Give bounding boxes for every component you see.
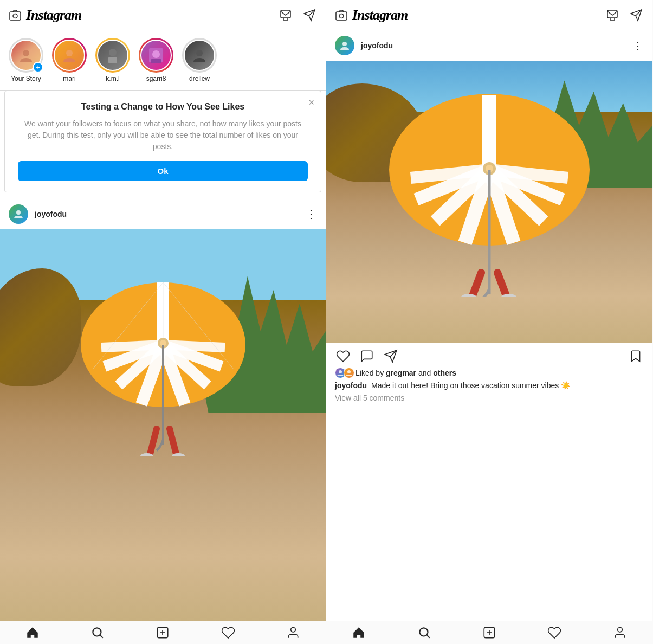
drellew-label: drellew [189, 75, 210, 82]
right-paper-plane-button[interactable] [629, 8, 644, 23]
left-nav-home[interactable] [17, 621, 48, 644]
right-header-icons [605, 8, 644, 23]
kml-label: k.m.l [106, 75, 119, 82]
sgarri8-avatar [140, 40, 172, 71]
logo-area: Instagram [9, 7, 81, 23]
kml-ring [95, 38, 130, 73]
bottom-nav-wrapper [0, 621, 653, 644]
left-nav-profile[interactable] [277, 621, 309, 644]
svg-rect-2 [281, 10, 290, 18]
right-view-comments[interactable]: View all 5 comments [326, 394, 652, 407]
mari-ring [52, 38, 87, 73]
left-bottom-nav [0, 621, 326, 644]
story-kml[interactable]: k.m.l [95, 38, 130, 82]
svg-rect-14 [151, 59, 161, 63]
likes-others-link[interactable]: others [433, 369, 456, 377]
right-share-button[interactable] [383, 348, 399, 364]
like-avatar-2 [344, 368, 354, 378]
right-post-more-button[interactable]: ⋮ [632, 39, 644, 52]
svg-point-50 [93, 628, 101, 636]
svg-point-49 [347, 370, 351, 373]
svg-rect-31 [607, 10, 617, 18]
caption-username[interactable]: joyofodu [335, 381, 367, 390]
right-post-username: joyofodu [361, 41, 393, 50]
right-post-likes: Liked by gregmar and others [326, 368, 652, 381]
svg-point-16 [16, 210, 21, 215]
right-comment-button[interactable] [359, 348, 375, 364]
right-camera-icon[interactable] [335, 9, 348, 22]
right-post-avatar [335, 36, 354, 55]
sgarri8-avatar-wrap [139, 38, 173, 73]
right-header: Instagram [326, 0, 652, 30]
paper-plane-button[interactable] [302, 8, 317, 23]
kml-avatar [97, 40, 128, 71]
left-panel: Instagram [0, 0, 326, 621]
caption-text: Made it out here! Bring on those vacatio… [371, 381, 570, 390]
left-nav-search[interactable] [82, 621, 113, 644]
popup-ok-button[interactable]: Ok [18, 161, 308, 181]
svg-line-43 [497, 273, 507, 297]
popup-body: We want your followers to focus on what … [18, 118, 308, 152]
svg-point-55 [291, 627, 296, 632]
left-nav-heart[interactable] [212, 621, 244, 644]
stories-row: + Your Story [0, 30, 326, 91]
drellew-ring [182, 38, 217, 73]
story-mari[interactable]: mari [52, 38, 87, 82]
svg-point-61 [617, 627, 622, 632]
popup-close-button[interactable]: × [308, 98, 314, 107]
kml-avatar-wrap [95, 38, 130, 73]
right-post-caption: joyofodu Made it out here! Bring on thos… [326, 381, 652, 394]
mari-avatar-wrap [52, 38, 87, 73]
left-post-image [0, 229, 326, 621]
left-header: Instagram [0, 0, 326, 30]
right-nav-search[interactable] [409, 621, 440, 644]
left-post-header: joyofodu ⋮ [0, 199, 326, 229]
liked-by-label: Liked by [355, 369, 384, 377]
right-panel: Instagram [326, 0, 652, 621]
left-post-avatar [9, 204, 28, 224]
right-post-header: joyofodu ⋮ [326, 30, 652, 61]
svg-line-51 [100, 635, 103, 638]
svg-line-42 [472, 273, 481, 297]
right-bottom-nav [326, 621, 652, 644]
mari-label: mari [63, 75, 75, 82]
story-sgarri8[interactable]: sgarri8 [139, 38, 173, 82]
svg-point-30 [339, 14, 344, 18]
notification-popup: × Testing a Change to How You See Likes … [4, 91, 321, 192]
right-bookmark-button[interactable] [628, 348, 644, 364]
right-nav-profile[interactable] [604, 621, 636, 644]
right-logo-text: Instagram [352, 7, 408, 23]
svg-point-15 [196, 50, 203, 56]
svg-line-57 [427, 635, 430, 638]
right-like-button[interactable] [335, 348, 351, 364]
story-drellew[interactable]: drellew [182, 38, 217, 82]
sgarri8-ring [139, 38, 173, 73]
story-your-story[interactable]: + Your Story [9, 38, 43, 82]
likes-by-user: gregmar [386, 369, 416, 377]
popup-title: Testing a Change to How You See Likes [18, 102, 308, 112]
svg-point-13 [152, 50, 160, 58]
svg-rect-29 [336, 12, 347, 20]
left-post-more-button[interactable]: ⋮ [306, 208, 317, 221]
camera-icon[interactable] [9, 9, 22, 22]
right-nav-heart[interactable] [539, 621, 570, 644]
story-add-button[interactable]: + [33, 62, 43, 73]
likes-and: and [418, 369, 431, 377]
umbrella-svg-right [381, 69, 598, 297]
umbrella-svg [76, 261, 250, 456]
right-messenger-button[interactable] [605, 8, 620, 23]
left-nav-add[interactable] [147, 621, 178, 644]
drellew-avatar [184, 40, 215, 71]
right-likes-text: Liked by gregmar and others [355, 369, 456, 377]
svg-point-56 [419, 628, 428, 636]
svg-point-8 [23, 50, 29, 56]
right-nav-home[interactable] [343, 621, 374, 644]
right-nav-add[interactable] [474, 621, 505, 644]
messenger-button[interactable] [278, 8, 293, 23]
logo-text: Instagram [26, 7, 81, 23]
mari-avatar [54, 40, 85, 71]
svg-point-37 [342, 42, 347, 46]
sgarri8-label: sgarri8 [146, 75, 166, 82]
svg-line-26 [170, 429, 177, 456]
svg-point-1 [13, 14, 17, 18]
